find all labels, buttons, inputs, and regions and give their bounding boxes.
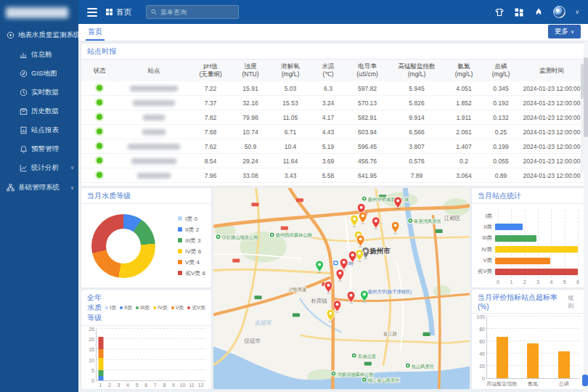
user-menu-chevron-icon[interactable]: ∨	[575, 9, 579, 15]
breadcrumb-home: 首页	[116, 7, 131, 17]
sidebar-item-1[interactable]: 信息舱	[0, 45, 78, 64]
station-name-cell	[118, 128, 190, 136]
value-cell: 5.03	[270, 85, 311, 92]
value-cell: 8.54	[190, 158, 231, 165]
x-tick-label: 高锰酸盐指数	[486, 380, 518, 388]
column-header: 状态	[81, 65, 118, 76]
month-slot	[142, 329, 152, 380]
sidebar-section-base-system[interactable]: 基础管理系统 ∨	[0, 177, 78, 198]
legend-label: 劣V类 6	[185, 269, 205, 277]
sidebar: 地表水质量监测系统 ∧ 信息舱GIS地图实时数据历史数据站点报表预警管理统计分析…	[0, 0, 78, 392]
bar[interactable]	[495, 224, 523, 230]
legend-item[interactable]: III类	[136, 304, 150, 311]
bar[interactable]	[495, 246, 578, 253]
bar-row: IV类	[476, 245, 578, 254]
value-cell: 32.16	[231, 99, 270, 107]
bar[interactable]	[558, 351, 570, 378]
flame-icon[interactable]	[534, 7, 544, 17]
value-cell: 1.407	[444, 143, 483, 150]
station-report-panel: 站点时报 状态站点pH值(无量纲)浊度(NTU)溶解氧(mg/L)水温(℃)电导…	[81, 44, 585, 186]
map-poi-label: 春江路	[383, 331, 397, 337]
legend-swatch	[120, 306, 123, 309]
legend-item[interactable]: V类 4	[178, 258, 205, 266]
station-map[interactable]: 扬州市江都区仪征市朴席镇古运河仪征捺山地质公园扬州西郊森林公园扬州华侨城梦幻之城…	[213, 188, 470, 389]
stack-segment	[99, 337, 104, 349]
x-tick-label: 12	[196, 383, 205, 388]
more-button[interactable]: 更多∨	[548, 25, 581, 38]
status-dot	[97, 85, 102, 91]
menu-search-input[interactable]	[160, 9, 234, 16]
value-cell: 2024-01-23 12:00:00	[518, 128, 585, 136]
stacked-bar[interactable]	[99, 329, 104, 380]
value-cell: 582.91	[346, 114, 389, 121]
legend-item[interactable]: 劣V类 6	[178, 269, 205, 277]
chevron-down-icon: ∨	[70, 165, 74, 171]
layout-icon[interactable]	[514, 7, 524, 17]
legend-swatch	[171, 306, 174, 309]
y-tick-label: 5	[91, 367, 94, 372]
status-cell	[81, 128, 118, 136]
month-slot	[97, 329, 106, 380]
sidebar-item-2[interactable]: GIS地图	[0, 64, 78, 83]
legend-item[interactable]: IV类	[153, 304, 168, 311]
chart-corner-label[interactable]: 规则	[568, 294, 579, 310]
exceedance-rate-panel: 当月评价指标站点超标率(%) 规则 020406080100 高锰酸盐指数氨氮总…	[472, 290, 585, 389]
legend-item[interactable]: I类 0	[178, 215, 205, 223]
legend-item[interactable]: II类 2	[178, 226, 205, 234]
table-body: 7.2215.915.036.3597.825.9454.0510.345202…	[81, 81, 585, 183]
legend-label: 劣V类	[192, 304, 205, 311]
status-dot	[97, 99, 102, 105]
pin-dot	[353, 217, 356, 220]
station-name-cell	[118, 99, 190, 107]
legend-label: IV类	[158, 304, 168, 311]
user-avatar[interactable]	[553, 6, 565, 18]
annual-chart-legend: I类II类III类IV类V类劣V类	[105, 304, 205, 311]
legend-item[interactable]: V类	[171, 304, 184, 311]
column-header: 氨氮(mg/L)	[444, 61, 483, 79]
sidebar-section-water-system[interactable]: 地表水质量监测系统 ∧	[0, 25, 78, 45]
station-name-redacted	[143, 115, 165, 121]
legend-item[interactable]: I类	[105, 304, 116, 311]
map-poi: 扬州西郊森林公园	[269, 232, 311, 238]
map-canvas: 扬州市江都区仪征市朴席镇古运河仪征捺山地质公园扬州西郊森林公园扬州华侨城梦幻之城…	[213, 188, 470, 389]
legend-item[interactable]: III类 3	[178, 237, 205, 245]
legend-label: V类 4	[185, 258, 200, 266]
breadcrumb[interactable]: 首页	[106, 7, 131, 17]
bar[interactable]	[495, 235, 536, 242]
scrollbar-thumb[interactable]	[584, 57, 588, 137]
legend-item[interactable]: II类	[120, 304, 132, 311]
back-to-top-button[interactable]	[582, 375, 588, 386]
bar[interactable]	[495, 269, 578, 275]
value-cell: 7.37	[190, 99, 231, 107]
bar-slot	[487, 317, 518, 378]
clock-icon	[20, 89, 28, 97]
menu-toggle-button[interactable]	[87, 8, 97, 17]
tab-home[interactable]: 首页	[86, 24, 105, 41]
bar[interactable]	[497, 337, 508, 378]
menu-search[interactable]	[146, 5, 239, 19]
legend-label: III类 3	[185, 237, 200, 245]
x-tick-label: 11	[187, 383, 197, 388]
bar[interactable]	[495, 258, 550, 264]
sidebar-item-7[interactable]: 统计分析∨	[0, 158, 78, 177]
x-tick-label: 5	[132, 383, 142, 388]
legend-swatch	[178, 238, 182, 242]
sidebar-item-6[interactable]: 预警管理	[0, 139, 78, 158]
legend-item[interactable]: IV类 6	[178, 248, 205, 256]
value-cell: 9.914	[389, 114, 444, 121]
bar-category-label: II类	[476, 224, 495, 231]
sidebar-item-4[interactable]: 历史数据	[0, 102, 78, 121]
bar[interactable]	[527, 343, 539, 378]
theme-shirt-icon[interactable]	[494, 7, 505, 17]
sidebar-item-3[interactable]: 实时数据	[0, 83, 78, 102]
legend-item[interactable]: 劣V类	[187, 304, 205, 311]
bar-slot	[518, 317, 548, 378]
month-slot	[197, 329, 206, 380]
compass-icon	[20, 70, 28, 78]
topbar: 首页 ∨	[78, 0, 588, 24]
page-scrollbar[interactable]	[584, 41, 588, 392]
pin-dot	[327, 284, 330, 287]
sidebar-item-5[interactable]: 站点报表	[0, 121, 78, 139]
sidebar-section-label: 地表水质量监测系统	[18, 30, 78, 40]
status-cell	[81, 99, 118, 107]
